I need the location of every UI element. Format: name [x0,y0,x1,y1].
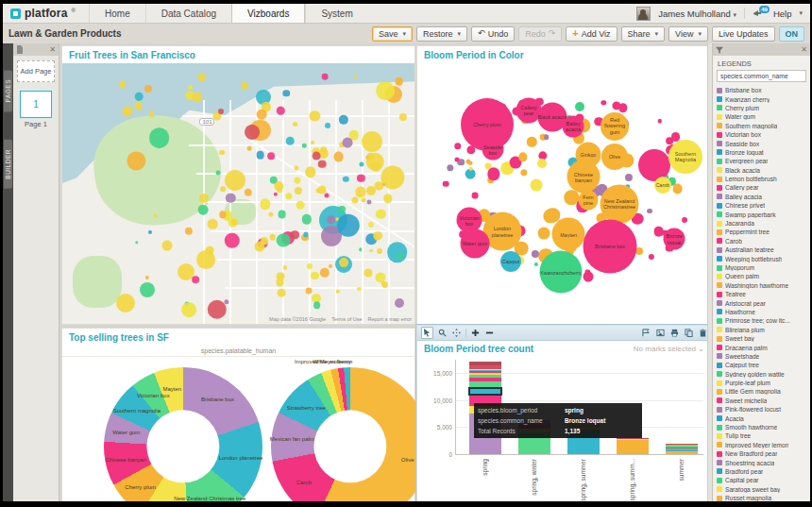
map-data-point[interactable] [355,187,365,197]
map-data-point[interactable] [337,213,360,236]
stacked-bar[interactable] [666,444,698,454]
bubble-mark[interactable] [653,227,664,237]
map-data-point[interactable] [354,75,358,78]
map-data-point[interactable] [377,248,382,254]
legend-field-select[interactable]: species.common_name [717,70,806,82]
legend-item[interactable]: Blireiana plum [717,326,806,334]
legend-item[interactable]: Bailey acacia [717,193,806,201]
legend-item[interactable]: Acacia [717,414,806,422]
legend-item[interactable]: Victorian box [717,130,806,139]
live-updates-on-toggle[interactable]: ON [779,26,805,42]
flag-icon[interactable] [641,328,651,338]
page-thumbnail[interactable]: 1 [20,91,52,118]
map-data-point[interactable] [295,177,301,183]
map-data-point[interactable] [148,230,152,234]
bubble-mark-chinese-banyan[interactable]: Chinese banyan [567,161,600,194]
map-data-point[interactable] [398,253,403,259]
bubble-mark[interactable] [575,102,584,111]
map-data-point[interactable] [247,146,252,151]
map-data-point[interactable] [395,298,404,308]
bubble-mark-cajeput[interactable]: Cajeput [500,251,521,272]
map-data-point[interactable] [387,242,408,262]
map-data-point[interactable] [339,115,348,125]
map-data-point[interactable] [119,81,127,89]
legend-item[interactable]: Sweet michelia [717,397,806,405]
nav-tab-data-catalog[interactable]: Data Catalog [145,4,231,23]
map-data-point[interactable] [140,282,155,297]
legend-item[interactable]: Teatree [717,290,806,298]
legend-item[interactable]: Purple-leaf plum [717,379,806,387]
legend-item[interactable]: Brisbane box [717,86,806,94]
bubble-viz[interactable]: Bloom Period in Color Cherry plumCallery… [416,45,707,325]
legend-item[interactable]: Aristocrat pear [717,298,806,307]
legend-item[interactable]: Evergreen pear [717,157,806,165]
bubble-mark[interactable] [618,104,627,112]
bubble-mark[interactable] [649,254,654,260]
legend-item[interactable]: Cherry plum [717,104,806,112]
legend-item[interactable]: Myoporum [717,263,806,272]
map-data-point[interactable] [293,122,298,127]
map-data-point[interactable] [282,90,289,96]
map-area[interactable]: 101 Map data ©2016 Google Terms of Use R… [62,63,414,324]
map-data-point[interactable] [399,113,407,121]
map-data-point[interactable] [307,263,313,269]
pages-tab[interactable]: PAGES [4,70,12,111]
bubble-mark-kwanzanchcherry[interactable]: Kwanzanchcherry [539,251,582,294]
export-image-icon[interactable] [655,328,666,338]
undo-button[interactable]: ↶Undo [471,26,515,42]
bubble-mark[interactable] [647,209,652,214]
bubble-mark-water-gum[interactable]: Water gum [461,228,490,258]
map-data-point[interactable] [245,189,252,196]
legend-item[interactable]: Cajeput tree [717,361,806,369]
map-data-point[interactable] [362,131,382,152]
map-data-point[interactable] [313,151,321,160]
bubble-mark[interactable] [672,183,683,194]
map-data-point[interactable] [274,192,278,195]
bar-segment-highlighted[interactable] [469,388,501,394]
bubble-mark[interactable] [544,135,550,141]
bubble-mark-olive[interactable]: Olive [601,144,628,170]
add-page-button[interactable]: Add Page [17,60,55,82]
save-button[interactable]: Save▾ [372,26,413,42]
legend-item[interactable]: Improved Meyer lemon [717,441,806,449]
bubble-mark-unlabeled[interactable] [638,149,670,181]
map-data-point[interactable] [335,290,339,294]
map-data-point[interactable] [206,246,214,255]
legend-item[interactable]: Shoestring acacia [717,458,806,466]
map-data-point[interactable] [161,240,172,250]
bubble-mark-bronze-loquat[interactable]: Bronze loquat [664,228,685,250]
legend-item[interactable]: Pink-flowered locust [717,405,806,414]
map-data-point[interactable] [149,110,153,114]
restore-button[interactable]: Restore▾ [416,26,467,42]
report-error-link[interactable]: Report a map error [368,316,412,322]
legend-item[interactable]: Queen palm [717,272,806,280]
bar-segment[interactable] [666,451,698,454]
legend-item[interactable]: Bradford pear [717,467,806,476]
legend-item[interactable]: Swamp paperbark [717,210,806,218]
add-viz-button[interactable]: +Add Viz [566,26,617,42]
bubble-mark-bailey-acacia[interactable]: Bailey acacia [563,115,584,137]
bubble-mark-new-zealand-christmastree[interactable]: New Zealand Christmastree [601,184,639,223]
map-data-point[interactable] [154,213,158,217]
map-data-point[interactable] [368,222,374,228]
bubble-mark-southern-magnolia[interactable]: Southern Magnolia [668,140,702,174]
map-data-point[interactable] [192,276,199,283]
share-button[interactable]: Share▾ [621,26,666,42]
zoom-in-icon[interactable] [470,328,481,338]
map-data-point[interactable] [290,230,299,240]
bubble-mark[interactable] [534,262,538,266]
bar-segment[interactable] [617,440,649,454]
bubble-mark[interactable] [682,217,687,223]
view-button[interactable]: View▾ [668,26,708,42]
map-data-point[interactable] [283,265,287,269]
bubble-mark[interactable] [447,164,453,171]
map-data-point[interactable] [269,234,276,241]
bubble-mark-red-flowering-gum[interactable]: Red flowering gum [601,112,629,141]
bubble-mark-seaside-box[interactable]: Seaside box [482,139,503,161]
builder-tab[interactable]: BUILDER [4,140,12,189]
map-data-point[interactable] [311,272,318,279]
live-updates-button[interactable]: Live Updates [712,26,775,42]
map-data-point[interactable] [276,233,290,247]
donut-ring[interactable] [271,367,430,501]
header-more-caret[interactable]: ▾ [799,9,803,17]
